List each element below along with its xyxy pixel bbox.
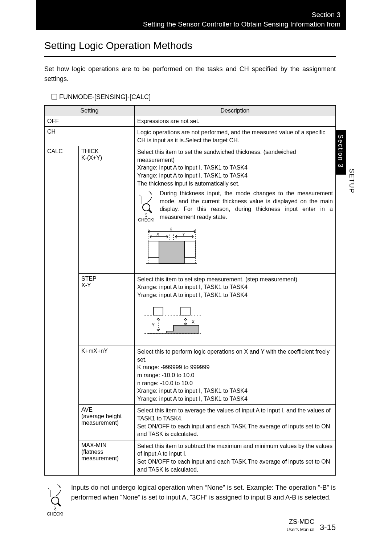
setting-ave: AVE (average height measurement) bbox=[79, 405, 135, 440]
setting-kmxny: K+mX+nY bbox=[79, 346, 135, 405]
settings-table: Setting Description OFF Expressions are … bbox=[44, 105, 336, 476]
table-row-ch: CH Logic operations are not performed, a… bbox=[45, 127, 336, 146]
setting-maxmin: MAX-MIN (flatness measurement) bbox=[79, 440, 135, 475]
desc-kmxny: Select this to perform logic operations … bbox=[135, 346, 336, 405]
magnifier-icon bbox=[51, 497, 59, 505]
table-row-ave: AVE (average height measurement) Select … bbox=[45, 405, 336, 440]
intro-text: Set how logic operations are to be perfo… bbox=[44, 64, 336, 84]
step-diagram: Y X bbox=[137, 304, 210, 340]
magnifier-icon bbox=[142, 203, 150, 211]
table-row-off: OFF Expressions are not set. bbox=[45, 116, 336, 127]
setting-ch: CH bbox=[45, 127, 135, 146]
setting-calc: CALC bbox=[45, 146, 79, 476]
desc-step: Select this item to set step measurement… bbox=[135, 273, 336, 346]
svg-marker-20 bbox=[148, 325, 199, 333]
desc-maxmin: Select this item to subtract the maximum… bbox=[135, 440, 336, 475]
header-chapter: Setting the Sensor Controller to Obtain … bbox=[143, 20, 340, 29]
col-description: Description bbox=[135, 106, 336, 116]
footer-manual: User's Manual bbox=[287, 527, 314, 532]
setting-off: OFF bbox=[45, 116, 135, 127]
svg-text:Y: Y bbox=[152, 322, 155, 327]
header-rule bbox=[36, 29, 346, 30]
title-rule bbox=[44, 56, 336, 57]
header-section: Section 3 bbox=[143, 10, 340, 20]
setting-thick: THICK K-(X+Y) bbox=[79, 146, 135, 274]
svg-rect-16 bbox=[154, 307, 163, 315]
table-row-kmxny: K+mX+nY Select this to perform logic ope… bbox=[45, 346, 336, 405]
svg-text:K: K bbox=[170, 227, 172, 231]
footer-product: ZS-MDC bbox=[289, 518, 314, 526]
page-header: Section 3 Setting the Sensor Controller … bbox=[36, 0, 346, 29]
thick-diagram: K X Y bbox=[137, 227, 206, 267]
footnote: 、ヽ｜ノ ミ CHECK! Inputs do not undergo logi… bbox=[44, 483, 336, 517]
footnote-text: Inputs do not undergo logical operation … bbox=[71, 483, 336, 502]
check-icon: 、ヽ｜ノ ミ CHECK! bbox=[44, 483, 66, 517]
table-row-maxmin: MAX-MIN (flatness measurement) Select th… bbox=[45, 440, 336, 475]
svg-rect-5 bbox=[159, 241, 184, 264]
svg-text:Y: Y bbox=[182, 232, 185, 236]
svg-text:X: X bbox=[192, 319, 195, 325]
side-tab-label: SETUP bbox=[348, 168, 356, 193]
table-row-step: STEP X-Y Select this item to set step me… bbox=[45, 273, 336, 346]
funmode-path: FUNMODE-[SENSING]-[CALC] bbox=[52, 93, 336, 101]
table-row-thick: CALC THICK K-(X+Y) Select this item to s… bbox=[45, 146, 336, 274]
check-icon: 、ヽ｜ノ ミ CHECK! bbox=[137, 190, 155, 223]
setting-step: STEP X-Y bbox=[79, 273, 135, 346]
col-setting: Setting bbox=[45, 106, 135, 116]
page-title: Setting Logic Operation Methods bbox=[44, 40, 336, 52]
desc-ch: Logic operations are not performed, and … bbox=[135, 127, 336, 146]
desc-thick: Select this item to set the sandwiched t… bbox=[135, 146, 336, 274]
desc-off: Expressions are not set. bbox=[135, 116, 336, 127]
svg-text:X: X bbox=[156, 232, 159, 236]
svg-rect-3 bbox=[148, 241, 159, 257]
desc-ave: Select this item to average the values o… bbox=[135, 405, 336, 440]
svg-rect-17 bbox=[181, 307, 190, 315]
side-tab-section: Section 3 bbox=[335, 130, 346, 175]
thick-check-note: During thickness input, the mode changes… bbox=[160, 190, 333, 221]
footer-page: 3-15 bbox=[320, 523, 336, 532]
svg-rect-4 bbox=[184, 241, 195, 257]
